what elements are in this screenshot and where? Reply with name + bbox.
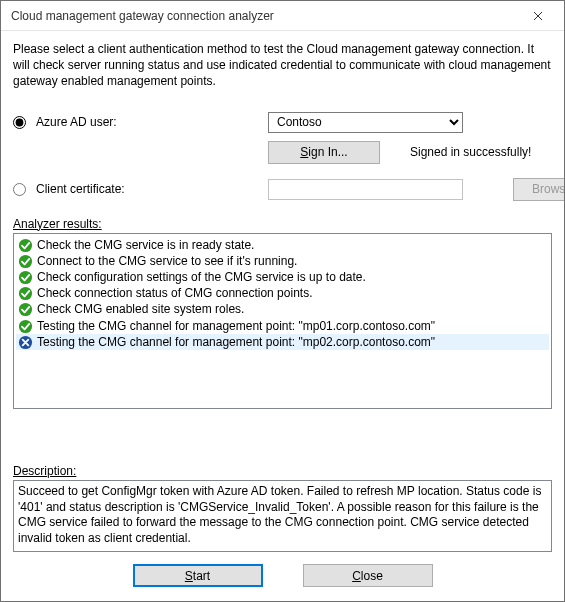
sign-in-button[interactable]: Sign In... xyxy=(268,141,380,164)
start-button[interactable]: Start xyxy=(133,564,263,587)
result-line[interactable]: Check CMG enabled site system roles. xyxy=(16,301,549,317)
azure-ad-radio-label: Azure AD user: xyxy=(36,115,117,129)
azure-ad-radio[interactable]: Azure AD user: xyxy=(13,115,268,129)
svg-point-2 xyxy=(19,271,32,284)
description-box[interactable]: Succeed to get ConfigMgr token with Azur… xyxy=(13,480,552,552)
window-title: Cloud management gateway connection anal… xyxy=(11,9,518,23)
azure-ad-radio-input[interactable] xyxy=(13,116,26,129)
client-cert-radio-input[interactable] xyxy=(13,183,26,196)
signin-status-text: Signed in successfully! xyxy=(410,145,531,159)
result-line[interactable]: Testing the CMG channel for management p… xyxy=(16,318,549,334)
client-cert-radio-label: Client certificate: xyxy=(36,182,125,196)
svg-point-3 xyxy=(19,287,32,300)
close-button[interactable]: Close xyxy=(303,564,433,587)
result-line[interactable]: Check configuration settings of the CMG … xyxy=(16,269,549,285)
browse-button: Browse... xyxy=(513,178,565,201)
dialog-footer: Start Close xyxy=(13,552,552,601)
svg-point-1 xyxy=(19,255,32,268)
result-line[interactable]: Check connection status of CMG connectio… xyxy=(16,285,549,301)
intro-text: Please select a client authentication me… xyxy=(13,41,552,90)
result-line[interactable]: Check the CMG service is in ready state. xyxy=(16,237,549,253)
results-label: Analyzer results: xyxy=(13,217,552,231)
titlebar: Cloud management gateway connection anal… xyxy=(1,1,564,31)
svg-point-0 xyxy=(19,239,32,252)
result-line[interactable]: Testing the CMG channel for management p… xyxy=(16,334,549,350)
client-cert-textbox xyxy=(268,179,463,200)
svg-point-5 xyxy=(19,319,32,332)
tenant-dropdown[interactable]: Contoso xyxy=(268,112,463,133)
dialog-content: Please select a client authentication me… xyxy=(1,31,564,601)
description-label: Description: xyxy=(13,464,552,478)
client-cert-radio[interactable]: Client certificate: xyxy=(13,182,268,196)
results-listbox[interactable]: Check the CMG service is in ready state.… xyxy=(13,233,552,409)
auth-method-area: Azure AD user: Contoso Sign In... Signed… xyxy=(13,112,552,201)
close-icon[interactable] xyxy=(518,2,558,30)
svg-point-4 xyxy=(19,303,32,316)
result-line[interactable]: Connect to the CMG service to see if it'… xyxy=(16,253,549,269)
